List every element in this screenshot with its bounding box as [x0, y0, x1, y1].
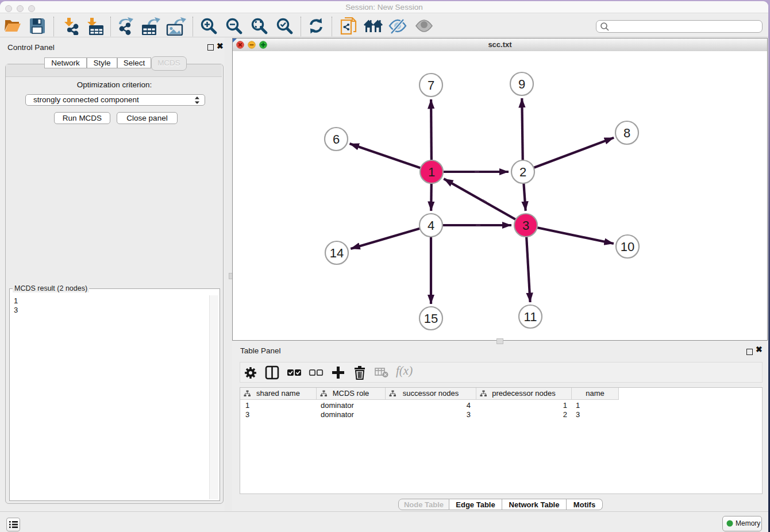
svg-text:3: 3: [522, 218, 529, 233]
svg-text:2: 2: [519, 165, 526, 179]
svg-text:15: 15: [424, 311, 438, 326]
svg-text:10: 10: [621, 240, 634, 254]
svg-text:4: 4: [428, 218, 434, 233]
svg-text:8: 8: [623, 126, 630, 140]
svg-text:14: 14: [330, 246, 344, 260]
svg-text:6: 6: [333, 132, 340, 147]
svg-text:11: 11: [524, 310, 537, 324]
svg-text:7: 7: [428, 78, 434, 92]
svg-text:1: 1: [428, 165, 435, 179]
svg-text:9: 9: [518, 77, 525, 91]
